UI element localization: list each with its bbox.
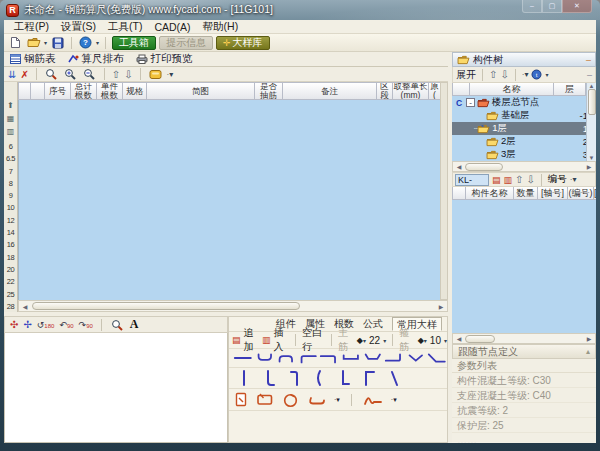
stirrup-circle-icon[interactable] bbox=[282, 392, 299, 408]
sort-rows-icon[interactable]: ⇊ bbox=[8, 69, 16, 80]
diameter-label[interactable]: 9 bbox=[9, 190, 13, 202]
vbar-top-bar-icon[interactable] bbox=[362, 369, 376, 387]
more-dropdown-icon[interactable]: ·▾ bbox=[391, 396, 397, 404]
member-hscrollbar[interactable]: ◀ ▶ bbox=[452, 333, 596, 344]
help-icon[interactable]: ? bbox=[78, 35, 93, 50]
open-dropdown-icon[interactable]: ▾ bbox=[44, 39, 47, 46]
open-file-icon[interactable] bbox=[26, 35, 41, 50]
toolbox-button[interactable]: 工具箱 bbox=[112, 36, 156, 50]
member-col-axis[interactable]: [轴号] bbox=[538, 187, 568, 200]
rotate-right-90-icon[interactable]: ↷90 bbox=[79, 320, 93, 330]
hscroll-thumb[interactable] bbox=[32, 302, 300, 310]
menu-item[interactable]: 工具(T) bbox=[102, 20, 148, 34]
tab-formula[interactable]: 公式 bbox=[363, 317, 383, 331]
zoom-out-icon[interactable] bbox=[82, 67, 97, 82]
new-file-icon[interactable] bbox=[8, 35, 23, 50]
vbar-l-foot-icon[interactable] bbox=[337, 369, 351, 387]
bar-right-bend-down-icon[interactable] bbox=[319, 351, 339, 365]
tab-rebar-table[interactable]: 钢筋表 bbox=[10, 52, 56, 66]
bar-straight-icon[interactable] bbox=[233, 351, 253, 365]
col-seq[interactable]: 序号 bbox=[45, 83, 71, 100]
tab-print-preview[interactable]: 打印预览 bbox=[136, 52, 193, 66]
col-spec[interactable]: 规格 bbox=[123, 83, 147, 100]
more-dropdown-icon[interactable]: ·▾ bbox=[334, 396, 340, 404]
main-bar-size-select[interactable]: 22 bbox=[369, 335, 380, 346]
tree-vscrollbar[interactable]: ▲ ▼ bbox=[586, 83, 596, 161]
tree-scroll-down-icon[interactable]: ▼ bbox=[587, 155, 597, 161]
rotate-180-icon[interactable]: ↺180 bbox=[37, 320, 55, 330]
rebar-table-hscrollbar[interactable]: ◀ ▶ bbox=[18, 300, 448, 312]
col-unit-count[interactable]: 单件根数 bbox=[97, 83, 123, 100]
scroll-right-icon[interactable]: ▶ bbox=[436, 303, 446, 310]
sketch-zoom-icon[interactable] bbox=[110, 317, 125, 332]
diameter-label[interactable]: 8 bbox=[9, 178, 13, 190]
vbar-straight-icon[interactable] bbox=[237, 369, 251, 387]
insert-member-icon[interactable]: ▥ bbox=[504, 175, 513, 185]
tree-view-dropdown-icon[interactable]: ▾ bbox=[545, 71, 548, 78]
diameter-label[interactable]: 6 bbox=[9, 141, 13, 153]
member-prefix-input[interactable] bbox=[455, 174, 489, 186]
bar-u-wide-icon[interactable] bbox=[341, 351, 361, 365]
palette-icon[interactable] bbox=[148, 67, 163, 82]
col-extract[interactable]: 是否抽筋 bbox=[255, 83, 283, 100]
parameter-list-bar[interactable]: 参数列表 bbox=[452, 359, 596, 373]
col-section[interactable]: 区段 bbox=[377, 83, 393, 100]
text-tool-icon[interactable]: A bbox=[130, 317, 139, 332]
stirrup-rect-icon[interactable] bbox=[256, 392, 274, 407]
member-scroll-left-icon[interactable]: ◀ bbox=[454, 335, 464, 342]
member-col-name[interactable]: 构件名称 bbox=[466, 187, 514, 200]
bar-u-flared-icon[interactable] bbox=[363, 351, 383, 365]
maximize-button[interactable]: ▢ bbox=[542, 0, 562, 13]
tree-scroll-left-icon[interactable]: ◀ bbox=[454, 163, 464, 170]
tab-ruler-layout[interactable]: 算尺排布 bbox=[68, 52, 124, 66]
member-col-count[interactable]: 数量 bbox=[514, 187, 538, 200]
main-size-dropdown-icon[interactable]: ▾ bbox=[383, 337, 386, 344]
tree-hscroll-thumb[interactable] bbox=[465, 163, 503, 171]
tree-row-floor1-selected[interactable]: ┄ 1层 1 bbox=[452, 122, 596, 135]
flip-horizontal-icon[interactable]: ✢ bbox=[23, 319, 31, 330]
number-button[interactable]: 编号 bbox=[548, 173, 567, 186]
close-button[interactable]: ✕ bbox=[562, 0, 592, 13]
expand-toggle-icon[interactable]: - bbox=[466, 98, 475, 107]
stirrup-flat-hook-icon[interactable] bbox=[307, 393, 326, 407]
stirrup-size-select[interactable]: 10 bbox=[430, 335, 441, 346]
diameter-label[interactable]: 22 bbox=[7, 276, 14, 288]
sketch-canvas[interactable] bbox=[4, 333, 228, 443]
tree-move-down-icon[interactable]: ⇩ bbox=[500, 69, 508, 80]
diameter-label[interactable]: 25 bbox=[7, 289, 14, 301]
menu-item[interactable]: 工程(P) bbox=[8, 20, 55, 34]
tree-row-foundation[interactable]: 基础层 -1 bbox=[452, 109, 596, 122]
tree-vscroll-thumb[interactable] bbox=[588, 89, 596, 115]
strip-grid2-icon[interactable]: ▥ bbox=[7, 125, 15, 138]
diameter-label[interactable]: 6.5 bbox=[6, 153, 15, 165]
save-icon[interactable] bbox=[50, 35, 65, 50]
diameter-label[interactable]: 20 bbox=[7, 264, 14, 276]
member-hscroll-thumb[interactable] bbox=[465, 335, 495, 343]
diameter-label[interactable]: 14 bbox=[7, 227, 14, 239]
detail-library-button[interactable]: ✛大样库 bbox=[216, 36, 270, 50]
menu-item[interactable]: CAD(A) bbox=[148, 21, 196, 33]
stirrup-size-dropdown-icon[interactable]: ▾ bbox=[444, 337, 447, 344]
diameter-label[interactable]: 18 bbox=[7, 252, 14, 264]
tree-col-name[interactable]: 名称 bbox=[470, 83, 554, 96]
scroll-left-icon[interactable]: ◀ bbox=[20, 303, 30, 310]
diameter-label[interactable]: 12 bbox=[7, 215, 14, 227]
tree-view-icon[interactable]: t bbox=[531, 69, 542, 80]
rebar-table-vscrollbar[interactable] bbox=[440, 82, 448, 300]
member-scroll-right-icon[interactable]: ▶ bbox=[584, 335, 594, 342]
vbar-top-hook-icon[interactable] bbox=[287, 369, 301, 387]
tree-row-root[interactable]: C - 楼层总节点 bbox=[452, 96, 596, 109]
menu-item[interactable]: 帮助(H) bbox=[197, 20, 245, 34]
bar-vee-icon[interactable] bbox=[406, 351, 426, 365]
tips-button[interactable]: 提示信息 bbox=[159, 36, 213, 50]
member-up-icon[interactable]: ⇧ bbox=[515, 174, 523, 185]
move-down-icon[interactable]: ⇩ bbox=[124, 69, 132, 80]
stirrup-grade-icon[interactable]: ◆▾ bbox=[418, 336, 427, 345]
col-remark[interactable]: 备注 bbox=[283, 83, 377, 100]
member-col-number[interactable]: (编号) bbox=[568, 187, 594, 200]
tree-move-up-icon[interactable]: ⇧ bbox=[489, 69, 497, 80]
stirrup-crank-icon[interactable] bbox=[363, 392, 383, 407]
help-dropdown-icon[interactable]: ▾ bbox=[96, 39, 99, 46]
col-sketch[interactable]: 简图 bbox=[147, 83, 255, 100]
col-rounded-length[interactable]: 取整单长(mm) bbox=[393, 83, 429, 100]
